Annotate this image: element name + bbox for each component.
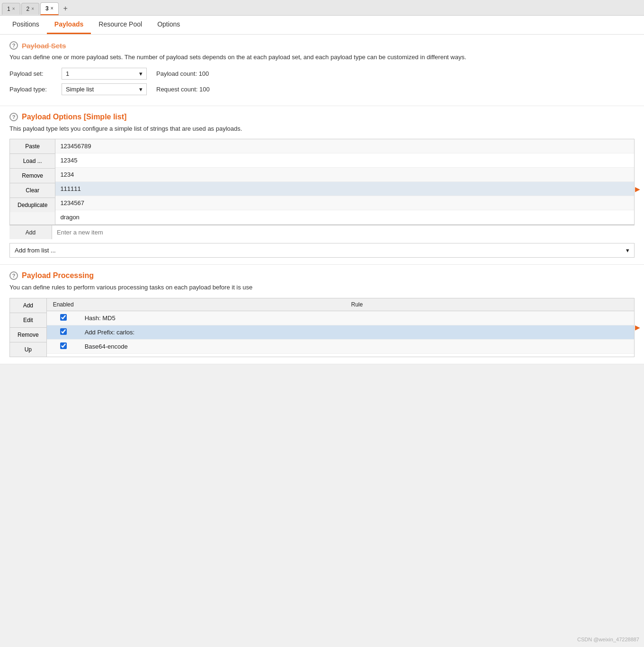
processing-table: Enabled Rule Hash: MD5 bbox=[47, 298, 634, 354]
list-item[interactable]: 123456789 bbox=[55, 139, 634, 153]
payload-processing-title: Payload Processing bbox=[22, 271, 94, 280]
payload-options-help-icon[interactable]: ? bbox=[9, 113, 18, 121]
tab-2-close[interactable]: × bbox=[31, 6, 34, 11]
load-button[interactable]: Load ... bbox=[10, 154, 55, 169]
tab-2[interactable]: 2 × bbox=[21, 3, 40, 15]
list-item[interactable]: 111111 bbox=[55, 182, 634, 196]
tab-3-label: 3 bbox=[45, 5, 49, 12]
tab-options[interactable]: Options bbox=[150, 16, 188, 34]
add-input-row: Add bbox=[9, 225, 635, 239]
add-label: Add bbox=[9, 225, 52, 239]
payload-processing-description: You can define rules to perform various … bbox=[9, 283, 635, 292]
proc-remove-button[interactable]: Remove bbox=[10, 328, 46, 342]
payload-type-select[interactable]: Simple list ▾ bbox=[62, 83, 147, 95]
payload-processing-header: ? Payload Processing bbox=[9, 271, 635, 280]
payload-count-info: Payload count: 100 bbox=[156, 70, 209, 77]
add-from-list-chevron: ▾ bbox=[626, 247, 629, 254]
tab-3[interactable]: 3 × bbox=[40, 2, 59, 15]
payload-options-title: Payload Options [Simple list] bbox=[22, 113, 126, 121]
payload-set-chevron: ▾ bbox=[139, 70, 143, 77]
add-tab-button[interactable]: + bbox=[60, 2, 72, 15]
list-content: 123456789 12345 1234 111111 1234567 drag… bbox=[55, 139, 634, 225]
proc-table-wrapper: Enabled Rule Hash: MD5 bbox=[47, 298, 634, 357]
processing-scroll-arrow: ▶ bbox=[635, 324, 640, 331]
col-rule-header: Rule bbox=[80, 298, 634, 311]
payload-sets-description: You can define one or more payload sets.… bbox=[9, 53, 635, 62]
payload-type-row: Payload type: Simple list ▾ Request coun… bbox=[9, 83, 635, 95]
payload-set-select[interactable]: 1 ▾ bbox=[62, 68, 147, 80]
rule-1-checkbox[interactable] bbox=[60, 314, 67, 321]
rule-1-enabled-cell bbox=[47, 311, 80, 325]
proc-add-button[interactable]: Add bbox=[10, 298, 46, 313]
payload-type-value: Simple list bbox=[66, 86, 94, 93]
add-from-list-label: Add from list ... bbox=[15, 247, 56, 254]
list-buttons-group: Paste Load ... Remove Clear Deduplicate bbox=[10, 139, 55, 225]
table-row[interactable]: Base64-encode bbox=[47, 339, 634, 353]
payload-processing-section: ? Payload Processing You can define rule… bbox=[0, 265, 644, 364]
payload-set-row: Payload set: 1 ▾ Payload count: 100 bbox=[9, 68, 635, 80]
proc-edit-button[interactable]: Edit bbox=[10, 313, 46, 328]
deduplicate-button[interactable]: Deduplicate bbox=[10, 198, 55, 212]
rule-1-value: Hash: MD5 bbox=[80, 311, 634, 325]
payload-type-chevron: ▾ bbox=[139, 86, 143, 93]
tab-1-close[interactable]: × bbox=[12, 6, 15, 11]
payload-options-section: ? Payload Options [Simple list] This pay… bbox=[0, 106, 644, 265]
list-item[interactable]: 1234 bbox=[55, 168, 634, 182]
col-enabled-header: Enabled bbox=[47, 298, 80, 311]
tab-resource-pool[interactable]: Resource Pool bbox=[91, 16, 150, 34]
tab-1-label: 1 bbox=[7, 6, 10, 12]
payload-options-header: ? Payload Options [Simple list] bbox=[9, 113, 635, 121]
payload-list-container: Paste Load ... Remove Clear Deduplicate … bbox=[9, 139, 635, 225]
content-area: ? Payload Sets You can define one or mor… bbox=[0, 35, 644, 364]
clear-button[interactable]: Clear bbox=[10, 183, 55, 198]
request-count-info: Request count: 100 bbox=[156, 86, 210, 93]
payload-type-label: Payload type: bbox=[9, 86, 52, 93]
add-from-list-dropdown[interactable]: Add from list ... ▾ bbox=[9, 243, 635, 258]
rule-3-enabled-cell bbox=[47, 339, 80, 353]
tab-3-close[interactable]: × bbox=[51, 6, 54, 11]
list-item[interactable]: 12345 bbox=[55, 153, 634, 168]
rule-2-enabled-cell bbox=[47, 325, 80, 339]
table-row[interactable]: Add Prefix: carlos: bbox=[47, 325, 634, 339]
table-row[interactable]: Hash: MD5 bbox=[47, 311, 634, 325]
payload-sets-help-icon[interactable]: ? bbox=[9, 41, 18, 50]
list-scroll-arrow: ▶ bbox=[635, 185, 640, 193]
payload-items-list: 123456789 12345 1234 111111 1234567 drag… bbox=[55, 139, 634, 225]
payload-list-wrapper: Paste Load ... Remove Clear Deduplicate … bbox=[9, 139, 635, 239]
paste-button[interactable]: Paste bbox=[10, 139, 55, 154]
payload-processing-help-icon[interactable]: ? bbox=[9, 271, 18, 280]
add-item-input[interactable] bbox=[52, 225, 635, 239]
remove-button[interactable]: Remove bbox=[10, 169, 55, 183]
payload-sets-title: Payload Sets bbox=[22, 42, 66, 50]
tab-2-label: 2 bbox=[27, 6, 30, 12]
payload-set-label: Payload set: bbox=[9, 70, 52, 77]
tab-1[interactable]: 1 × bbox=[2, 3, 20, 15]
processing-wrapper: Add Edit Remove Up Enabled Rule bbox=[9, 298, 635, 357]
list-item[interactable]: dragon bbox=[55, 210, 634, 225]
tab-positions[interactable]: Positions bbox=[5, 16, 47, 34]
payload-options-description: This payload type lets you configure a s… bbox=[9, 124, 635, 134]
tab-payloads[interactable]: Payloads bbox=[47, 16, 91, 34]
payload-sets-header: ? Payload Sets bbox=[9, 41, 635, 50]
payload-sets-section: ? Payload Sets You can define one or mor… bbox=[0, 35, 644, 106]
rule-3-checkbox[interactable] bbox=[60, 342, 67, 349]
rule-2-checkbox[interactable] bbox=[60, 328, 67, 335]
proc-buttons-group: Add Edit Remove Up bbox=[10, 298, 47, 357]
tab-bar: 1 × 2 × 3 × + bbox=[0, 0, 644, 16]
proc-up-button[interactable]: Up bbox=[10, 342, 46, 357]
list-item[interactable]: 1234567 bbox=[55, 196, 634, 210]
rule-2-value: Add Prefix: carlos: bbox=[80, 325, 634, 339]
rule-3-value: Base64-encode bbox=[80, 339, 634, 353]
payload-set-value: 1 bbox=[66, 70, 69, 77]
nav-tabs: Positions Payloads Resource Pool Options bbox=[0, 16, 644, 35]
processing-layout: Add Edit Remove Up Enabled Rule bbox=[9, 298, 635, 357]
